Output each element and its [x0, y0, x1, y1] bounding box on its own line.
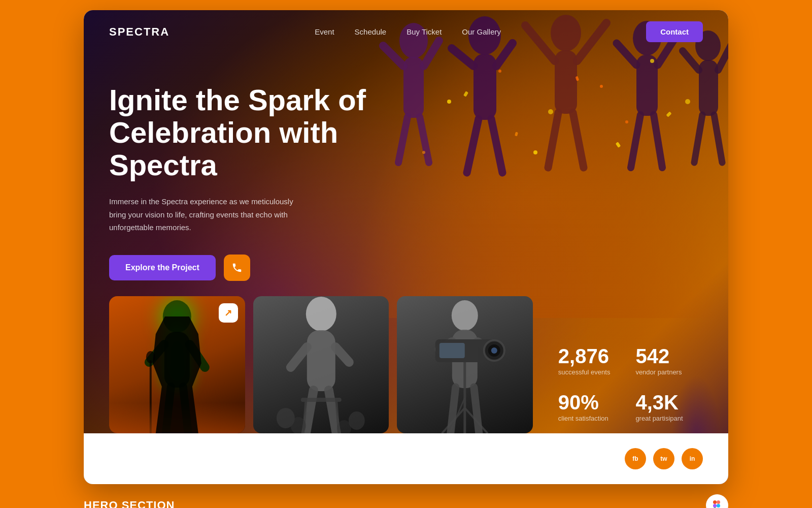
- phone-icon: [231, 262, 243, 273]
- svg-line-11: [491, 119, 502, 173]
- stat-events: 2,876 successful events: [558, 346, 611, 377]
- svg-rect-73: [439, 343, 465, 358]
- hero-section: SPECTRA Event Schedule Buy Ticket Our Ga…: [84, 10, 728, 484]
- hero-title: Ignite the Spark of Celebration with Spe…: [109, 84, 373, 181]
- svg-point-72: [491, 347, 497, 354]
- svg-point-65: [452, 300, 478, 331]
- svg-line-55: [335, 347, 349, 362]
- nav-links: Event Schedule Buy Ticket Our Gallery: [315, 27, 501, 37]
- stat-satisfaction-value: 90%: [558, 392, 611, 412]
- hero-cta-row: Explore the Project: [109, 255, 373, 281]
- svg-line-49: [183, 387, 188, 433]
- social-icons: fb tw in: [625, 448, 703, 469]
- singer-card: ↗: [109, 296, 245, 433]
- svg-line-47: [190, 344, 205, 367]
- stat-vendors-label: vendor partners: [635, 368, 688, 377]
- section-label: HERO SECTION: [84, 499, 175, 508]
- nav-schedule[interactable]: Schedule: [355, 27, 387, 36]
- stat-events-label: successful events: [558, 368, 611, 377]
- stat-vendors: 542 vendor partners: [635, 346, 688, 377]
- svg-line-10: [467, 119, 479, 173]
- svg-rect-53: [307, 330, 335, 391]
- social-fb[interactable]: fb: [625, 448, 646, 469]
- svg-rect-7: [473, 54, 496, 120]
- nav-buy-ticket[interactable]: Buy Ticket: [407, 27, 442, 36]
- svg-point-52: [306, 297, 336, 331]
- svg-rect-80: [713, 500, 717, 504]
- svg-point-44: [163, 300, 191, 333]
- stat-participants: 4,3K great partisipant: [635, 392, 688, 423]
- hero-description: Immerse in the Spectra experience as we …: [109, 195, 302, 234]
- nav-gallery[interactable]: Our Gallery: [462, 27, 501, 36]
- svg-line-79: [474, 387, 479, 433]
- svg-line-29: [714, 115, 722, 163]
- phone-button[interactable]: [224, 255, 250, 281]
- svg-line-57: [328, 390, 336, 433]
- svg-line-48: [166, 387, 171, 433]
- camera-card: [397, 296, 533, 433]
- svg-point-51: [146, 351, 155, 363]
- stat-satisfaction-label: client satisfaction: [558, 415, 611, 423]
- image-cards: ↗: [109, 296, 533, 433]
- stat-satisfaction: 90% client satisfaction: [558, 392, 611, 423]
- svg-rect-83: [717, 500, 720, 504]
- stat-events-value: 2,876: [558, 346, 611, 366]
- svg-rect-45: [164, 332, 190, 388]
- stat-participants-value: 4,3K: [635, 392, 688, 412]
- contact-button[interactable]: Contact: [646, 21, 703, 42]
- bottom-white-bar: fb tw in: [84, 433, 728, 484]
- navbar: SPECTRA Event Schedule Buy Ticket Our Ga…: [84, 10, 728, 53]
- svg-line-4: [398, 117, 408, 163]
- stat-vendors-value: 542: [635, 346, 688, 366]
- svg-line-5: [420, 117, 429, 163]
- svg-point-84: [717, 504, 720, 507]
- social-in[interactable]: in: [682, 448, 703, 469]
- speaker-card: [253, 296, 389, 433]
- bottom-bar: HERO SECTION: [84, 484, 728, 508]
- figma-icon[interactable]: [706, 494, 728, 508]
- hero-people-bg: [342, 10, 728, 318]
- social-tw[interactable]: tw: [653, 448, 674, 469]
- stats-grid: 2,876 successful events 542 vendor partn…: [543, 336, 703, 433]
- hero-content: Ignite the Spark of Celebration with Spe…: [84, 53, 398, 296]
- stat-participants-label: great partisipant: [635, 415, 688, 423]
- hero-bottom: ↗: [84, 296, 728, 433]
- explore-project-button[interactable]: Explore the Project: [109, 255, 216, 280]
- svg-rect-81: [713, 504, 717, 507]
- svg-line-26: [683, 51, 699, 70]
- svg-line-28: [694, 115, 702, 163]
- logo: SPECTRA: [109, 25, 170, 39]
- card-link-icon[interactable]: ↗: [219, 303, 238, 323]
- svg-line-54: [290, 347, 307, 367]
- svg-line-56: [306, 390, 313, 433]
- nav-event[interactable]: Event: [315, 27, 334, 36]
- svg-line-16: [548, 113, 558, 168]
- svg-line-22: [631, 115, 640, 168]
- svg-line-23: [654, 115, 662, 168]
- svg-line-17: [573, 113, 584, 168]
- svg-rect-58: [300, 398, 341, 402]
- svg-line-78: [451, 387, 456, 433]
